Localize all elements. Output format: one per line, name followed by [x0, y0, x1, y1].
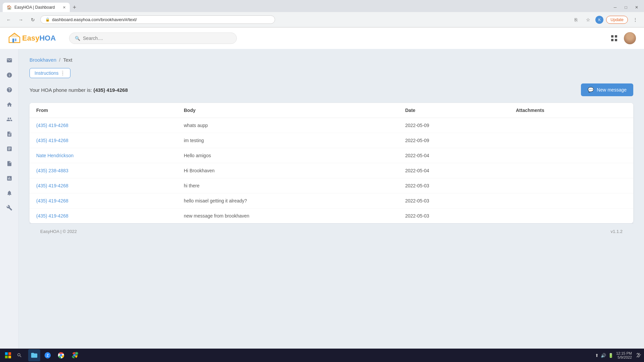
- sidebar-item-alert[interactable]: [3, 187, 15, 199]
- maximize-button[interactable]: □: [621, 3, 631, 12]
- tab-favicon: 🏠: [7, 5, 12, 10]
- sidebar-item-home[interactable]: [3, 99, 15, 111]
- browser-tab[interactable]: 🏠 EasyHOA | Dashboard ✕: [3, 3, 70, 12]
- reload-button[interactable]: ↻: [28, 15, 38, 24]
- search-icon: 🔍: [75, 36, 80, 41]
- table-cell-attachments: [516, 168, 627, 173]
- search-bar[interactable]: 🔍: [69, 33, 237, 44]
- sidebar-item-settings[interactable]: [3, 202, 15, 214]
- sidebar-item-info[interactable]: [3, 69, 15, 81]
- table-cell-from[interactable]: (435) 419-4268: [36, 198, 184, 203]
- table-cell-body: hi there: [184, 183, 405, 188]
- update-button[interactable]: Update: [606, 16, 628, 24]
- table-row[interactable]: (435) 419-4268 im testing 2022-05-09: [30, 133, 633, 148]
- menu-button[interactable]: ⋮: [631, 15, 640, 24]
- start-button[interactable]: [3, 350, 13, 361]
- new-message-label: New message: [597, 87, 627, 93]
- taskbar-speaker-icon[interactable]: 🔊: [601, 353, 606, 358]
- tab-title: EasyHOA | Dashboard: [14, 5, 55, 10]
- table-cell-body: whats aupp: [184, 123, 405, 128]
- table-cell-date: 2022-05-03: [405, 213, 516, 219]
- minimize-button[interactable]: ─: [610, 3, 620, 12]
- breadcrumb-separator: /: [59, 57, 60, 63]
- header-right: [608, 32, 636, 44]
- taskbar-search-button[interactable]: [15, 351, 24, 360]
- taskbar-weather[interactable]: 🌫: [636, 352, 641, 358]
- table-cell-from[interactable]: (435) 419-4268: [36, 183, 184, 188]
- table-cell-attachments: [516, 183, 627, 188]
- table-row[interactable]: (435) 419-4268 whats aupp 2022-05-09: [30, 118, 633, 133]
- svg-rect-10: [8, 352, 11, 355]
- table-cell-attachments: [516, 198, 627, 203]
- avatar[interactable]: [624, 32, 636, 44]
- table-cell-attachments: [516, 213, 627, 219]
- logo-text: EasyHOA: [22, 34, 56, 43]
- taskbar-chrome[interactable]: [55, 349, 67, 361]
- instructions-button[interactable]: Instructions ❕: [30, 68, 70, 78]
- sidebar-item-doc1[interactable]: [3, 128, 15, 140]
- new-message-button[interactable]: 💬 New message: [581, 83, 633, 96]
- taskbar-clock[interactable]: 12:15 PM 5/9/2022: [616, 351, 632, 359]
- taskbar-battery-icon[interactable]: 🔋: [608, 353, 613, 358]
- search-container: 🔍: [69, 33, 237, 44]
- svg-rect-2: [12, 39, 14, 43]
- bookmark-icon[interactable]: ☆: [583, 15, 593, 24]
- table-cell-body: hello misael getting it already?: [184, 198, 405, 203]
- search-input[interactable]: [83, 36, 231, 41]
- chat-icon: 💬: [588, 87, 594, 93]
- breadcrumb-current: Text: [63, 57, 72, 63]
- close-browser-button[interactable]: ✕: [632, 3, 641, 12]
- table-cell-date: 2022-05-03: [405, 183, 516, 188]
- taskbar-icons: Z ↑: [28, 349, 80, 361]
- address-bar[interactable]: 🔒 dashboard.easyhoa.com/brookhaven/#/tex…: [40, 15, 275, 24]
- table-row[interactable]: (435) 419-4268 hello misael getting it a…: [30, 193, 633, 208]
- table-cell-date: 2022-05-09: [405, 138, 516, 143]
- col-from: From: [36, 108, 184, 113]
- taskbar-chrome2[interactable]: ↑: [68, 349, 80, 361]
- table-cell-from[interactable]: (435) 419-4268: [36, 123, 184, 128]
- phone-info-text: Your HOA phone number is: (435) 419-4268: [30, 87, 128, 93]
- svg-rect-7: [611, 39, 613, 41]
- grid-icon[interactable]: [608, 33, 620, 44]
- table-cell-from[interactable]: (435) 238-4883: [36, 168, 184, 173]
- breadcrumb-parent[interactable]: Brookhaven: [30, 57, 56, 63]
- table-cell-from[interactable]: (435) 419-4268: [36, 138, 184, 143]
- table-cell-body: Hello amigos: [184, 153, 405, 158]
- sidebar-item-doc2[interactable]: [3, 143, 15, 155]
- taskbar-sys-icons: ⬆ 🔊 🔋: [595, 353, 613, 358]
- col-attachments: Attachments: [516, 108, 627, 113]
- profile-button[interactable]: K: [595, 16, 603, 24]
- table-cell-date: 2022-05-03: [405, 198, 516, 203]
- table-cell-from[interactable]: (435) 419-4268: [36, 213, 184, 219]
- table-cell-from[interactable]: Nate Hendrickson: [36, 153, 184, 158]
- svg-rect-5: [611, 35, 613, 38]
- table-row[interactable]: Nate Hendrickson Hello amigos 2022-05-04: [30, 148, 633, 163]
- table-row[interactable]: (435) 419-4268 new message from brookhav…: [30, 208, 633, 223]
- sidebar-item-chart[interactable]: [3, 172, 15, 184]
- table-cell-date: 2022-05-09: [405, 123, 516, 128]
- content-area: Brookhaven / Text Instructions ❕ Your HO…: [19, 49, 644, 362]
- sidebar-item-mail[interactable]: [3, 54, 15, 66]
- taskbar-explorer[interactable]: [28, 349, 40, 361]
- cast-icon[interactable]: ⎘: [571, 15, 581, 24]
- new-tab-button[interactable]: +: [70, 3, 79, 12]
- sidebar-item-doc3[interactable]: [3, 158, 15, 170]
- tab-close-button[interactable]: ✕: [63, 5, 66, 10]
- logo-icon: [8, 32, 21, 45]
- table-cell-body: im testing: [184, 138, 405, 143]
- back-button[interactable]: ←: [4, 15, 13, 24]
- table-row[interactable]: (435) 238-4883 Hi Brookhaven 2022-05-04: [30, 163, 633, 178]
- taskbar-network-icon[interactable]: ⬆: [595, 353, 599, 358]
- table-cell-attachments: [516, 153, 627, 158]
- taskbar-zoom[interactable]: Z: [42, 349, 54, 361]
- sidebar-item-help[interactable]: [3, 84, 15, 96]
- lock-icon: 🔒: [45, 17, 50, 22]
- col-date: Date: [405, 108, 516, 113]
- main-layout: Brookhaven / Text Instructions ❕ Your HO…: [0, 49, 644, 362]
- logo: EasyHOA: [8, 32, 56, 45]
- svg-rect-3: [15, 39, 16, 41]
- address-text: dashboard.easyhoa.com/brookhaven/#/text/: [52, 17, 270, 22]
- sidebar-item-people[interactable]: [3, 113, 15, 125]
- forward-button[interactable]: →: [16, 15, 25, 24]
- table-row[interactable]: (435) 419-4268 hi there 2022-05-03: [30, 178, 633, 193]
